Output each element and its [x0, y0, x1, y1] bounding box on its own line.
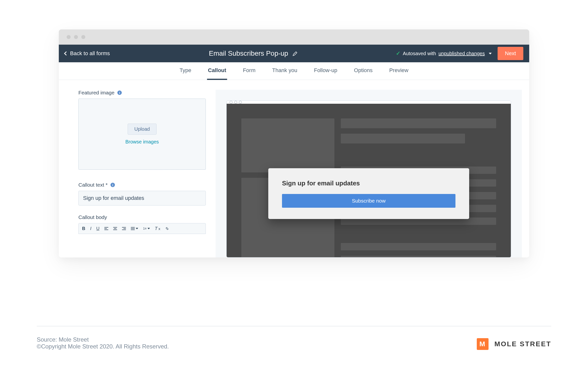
italic-icon[interactable]: I [90, 226, 91, 231]
traffic-dot [239, 101, 242, 104]
caret-down-icon [489, 53, 492, 54]
underline-icon[interactable]: U [96, 226, 99, 231]
featured-image-dropzone[interactable]: Upload Browse images [78, 99, 206, 170]
page-title: Email Subscribers Pop-up [209, 50, 288, 57]
tab-options[interactable]: Options [353, 62, 374, 80]
align-left-icon[interactable] [104, 227, 108, 230]
tab-callout[interactable]: Callout [207, 62, 227, 80]
bullet-list-icon[interactable] [131, 227, 138, 230]
topbar-right: ✓ Autosaved with unpublished changes Nex… [396, 47, 523, 60]
workspace: Featured image i Upload Browse images Ca… [59, 80, 529, 257]
brand-logo-icon: M [477, 338, 489, 350]
tab-thank-you[interactable]: Thank you [271, 62, 298, 80]
bold-icon[interactable]: B [82, 226, 85, 231]
subscribe-button[interactable]: Subscribe now [282, 194, 455, 208]
callout-text-label: Callout text * i [78, 182, 206, 188]
back-to-forms-link[interactable]: Back to all forms [65, 50, 110, 57]
brand: M MOLE STREET [477, 338, 551, 350]
clear-format-icon[interactable]: Tx [155, 226, 160, 231]
callout-body-label: Callout body [78, 214, 206, 220]
preview-column: Sign up for email updates Subscribe now [216, 90, 522, 257]
traffic-dot [67, 35, 71, 39]
align-center-icon[interactable] [113, 227, 117, 230]
browse-images-link[interactable]: Browse images [125, 139, 159, 145]
divider [37, 326, 551, 326]
tab-preview[interactable]: Preview [388, 62, 409, 80]
autosave-link: unpublished changes [439, 51, 485, 56]
tab-form[interactable]: Form [242, 62, 256, 80]
link-icon[interactable] [165, 227, 169, 231]
footer: Source: Mole Street ©Copyright Mole Stre… [37, 336, 551, 350]
footer-wrap: Source: Mole Street ©Copyright Mole Stre… [37, 326, 551, 350]
autosave-status[interactable]: ✓ Autosaved with unpublished changes [396, 50, 492, 57]
info-icon[interactable]: i [117, 90, 122, 95]
preview-window: Sign up for email updates Subscribe now [226, 101, 511, 257]
next-button[interactable]: Next [498, 47, 523, 60]
traffic-dot [234, 101, 237, 104]
page-title-group: Email Subscribers Pop-up [209, 50, 297, 57]
check-icon: ✓ [396, 50, 400, 57]
traffic-dot [230, 101, 233, 104]
chevron-left-icon [64, 51, 68, 56]
popup-title: Sign up for email updates [282, 180, 455, 187]
copyright-line: ©Copyright Mole Street 2020. All Rights … [37, 343, 169, 350]
footer-text: Source: Mole Street ©Copyright Mole Stre… [37, 336, 169, 350]
callout-text-input[interactable] [78, 191, 206, 205]
info-icon[interactable]: i [110, 183, 115, 187]
preview-body: Sign up for email updates Subscribe now [227, 104, 511, 257]
autosave-prefix: Autosaved with [403, 51, 436, 56]
tab-bar: Type Callout Form Thank you Follow-up Op… [59, 62, 529, 80]
browser-window: Back to all forms Email Subscribers Pop-… [59, 29, 529, 257]
align-right-icon[interactable] [122, 227, 126, 230]
upload-button[interactable]: Upload [128, 124, 156, 135]
featured-image-label: Featured image i [78, 90, 206, 96]
form-column: Featured image i Upload Browse images Ca… [78, 90, 216, 257]
numbered-list-icon[interactable]: 1≡ [143, 227, 150, 230]
traffic-dot [81, 35, 85, 39]
brand-name: MOLE STREET [494, 340, 551, 348]
browser-chrome [59, 29, 529, 45]
edit-title-icon[interactable] [293, 51, 297, 56]
tab-type[interactable]: Type [179, 62, 192, 80]
rte-toolbar: B I U [78, 223, 206, 234]
back-label: Back to all forms [70, 50, 110, 57]
preview-chrome [227, 101, 511, 104]
popup-preview: Sign up for email updates Subscribe now [268, 168, 469, 219]
traffic-dot [74, 35, 78, 39]
tab-follow-up[interactable]: Follow-up [313, 62, 338, 80]
source-line: Source: Mole Street [37, 336, 169, 343]
topbar: Back to all forms Email Subscribers Pop-… [59, 45, 529, 62]
